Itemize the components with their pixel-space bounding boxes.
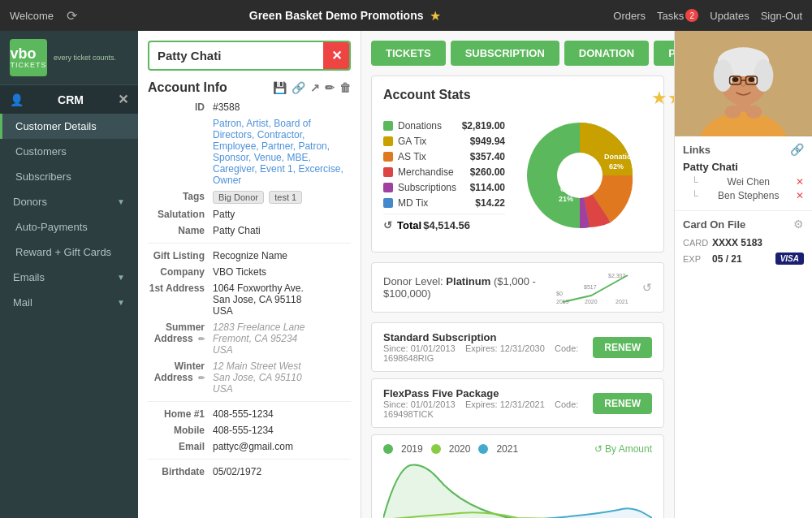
winter-label: WinterAddress ✏ — [148, 360, 213, 395]
nav-orders[interactable]: Orders — [613, 10, 646, 22]
link-remove-wei[interactable]: ✕ — [796, 176, 804, 188]
stats-row-subs: Subscriptions $114.00 — [383, 182, 505, 193]
merch-dot — [383, 167, 393, 177]
svg-point-24 — [725, 106, 741, 119]
home-label: Home #1 — [148, 408, 213, 420]
email-label: Email — [148, 441, 213, 452]
sidebar-item-customer-details[interactable]: Customer Details — [0, 114, 138, 139]
action-buttons-row: TICKETS SUBSCRIPTION DONATION PRINT ADD — [371, 41, 664, 66]
by-amount-button[interactable]: ↺ By Amount — [594, 443, 652, 455]
tasks-badge: 2 — [685, 9, 698, 22]
tag-test1[interactable]: test 1 — [269, 191, 302, 204]
info-row-mobile: Mobile 408-555-1234 — [148, 425, 351, 436]
year-label-2019: 2019 — [401, 443, 423, 455]
donors-arrow-icon: ▼ — [117, 197, 125, 206]
sidebar-item-emails[interactable]: Emails ▼ — [0, 265, 138, 290]
card-gear-icon[interactable]: ⚙ — [793, 218, 804, 231]
card-number: XXXX 5183 — [712, 237, 762, 248]
mobile-value: 408-555-1234 — [213, 425, 351, 436]
stats-layout: Donations $2,819.00 GA Tix $949.94 — [383, 110, 645, 240]
astix-value: $357.40 — [456, 151, 505, 162]
stars-row: ★ ★ ★ ★ ★ — [651, 88, 674, 109]
subscription-row-0: Standard Subscription Since: 01/01/2013 … — [371, 322, 664, 372]
welcome-text: Welcome — [10, 10, 54, 22]
total-value: $4,514.56 — [421, 219, 470, 231]
delete-icon[interactable]: 🗑 — [339, 81, 351, 94]
sidebar-item-subscribers[interactable]: Subscribers — [0, 164, 138, 189]
link-icon[interactable]: 🔗 — [292, 81, 305, 94]
star-1: ★ — [651, 88, 667, 109]
content-area: ✕ Account Info 💾 🔗 ↗ ✏ 🗑 ID #3588 — [138, 31, 812, 518]
vbo-tagline: every ticket counts. — [54, 54, 116, 62]
year-dot-2021 — [478, 444, 488, 454]
svg-text:2019: 2019 — [556, 299, 569, 304]
company-value: VBO Tickets — [213, 266, 351, 278]
search-clear-button[interactable]: ✕ — [323, 42, 350, 69]
info-row-tags: Tags Big Donor test 1 — [148, 191, 351, 204]
nav-updates[interactable]: Updates — [710, 10, 749, 22]
print-button[interactable]: PRINT — [654, 41, 674, 66]
star-icon[interactable]: ★ — [430, 8, 441, 24]
svg-point-25 — [745, 106, 762, 119]
right-panel: Links 🔗 Patty Chati └ Wei Chen ✕ └ Ben S… — [674, 31, 812, 518]
svg-text:62%: 62% — [609, 162, 624, 171]
vbo-text: vbo — [10, 46, 46, 61]
sidebar-item-donors[interactable]: Donors ▼ — [0, 189, 138, 214]
info-row-birthdate: Birthdate 05/02/1972 — [148, 466, 351, 477]
nav-tasks[interactable]: Tasks — [657, 10, 684, 22]
tickets-button[interactable]: TICKETS — [371, 41, 446, 66]
info-row-salutation: Salutation Patty — [148, 209, 351, 220]
svg-point-17 — [714, 59, 733, 92]
info-row-summer: SummerAddress ✏ 1283 Freelance Lane Frem… — [148, 322, 351, 356]
sidebar-item-reward-gift[interactable]: Reward + Gift Cards — [0, 240, 138, 265]
sidebar-item-customers[interactable]: Customers — [0, 139, 138, 164]
share-icon[interactable]: ↗ — [310, 81, 320, 94]
renew-button-1[interactable]: RENEW — [593, 393, 652, 414]
sidebar-item-mail[interactable]: Mail ▼ — [0, 290, 138, 315]
mail-arrow-icon: ▼ — [117, 298, 125, 307]
renew-button-0[interactable]: RENEW — [593, 337, 652, 358]
account-info-table: ID #3588 Patron, Artist, Board of Direct… — [148, 101, 351, 477]
info-row-name: Name Patty Chati — [148, 225, 351, 236]
address1-value: 1064 Foxworthy Ave. San Jose, CA 95118 U… — [213, 283, 351, 317]
card-title: Card On File — [683, 218, 745, 231]
svg-text:$0: $0 — [556, 291, 563, 296]
card-label: CARD — [683, 238, 712, 248]
search-input[interactable] — [149, 43, 323, 68]
subs-dot — [383, 183, 393, 192]
account-info-icons: 💾 🔗 ↗ ✏ 🗑 — [273, 81, 351, 94]
sidebar-close-icon[interactable]: ✕ — [118, 92, 128, 107]
edit-icon[interactable]: ✏ — [325, 81, 335, 94]
id-label: ID — [148, 101, 213, 113]
info-row-roles: Patron, Artist, Board of Directors, Cont… — [148, 118, 351, 186]
search-bar: ✕ — [148, 41, 351, 71]
save-icon[interactable]: 💾 — [273, 81, 287, 94]
svg-point-18 — [754, 59, 773, 92]
svg-text:$2,302: $2,302 — [608, 273, 626, 278]
mdtix-value: $14.22 — [456, 197, 505, 209]
vbo-logo: vbo TICKETS — [10, 39, 47, 76]
branch-icon-1: └ — [691, 190, 698, 201]
stats-row-mdtix: MD Tix $14.22 — [383, 197, 505, 209]
total-label: Total — [397, 219, 421, 231]
exp-value: 05 / 21 — [712, 253, 742, 265]
refresh-icon[interactable]: ⟳ — [67, 8, 77, 24]
info-row-gift: Gift Listing Recognize Name — [148, 250, 351, 261]
stats-row-merch: Merchandise $260.00 — [383, 166, 505, 178]
sub-name-1: FlexPass Five Package — [383, 387, 593, 399]
links-header: Links 🔗 — [683, 143, 804, 156]
donation-button[interactable]: DONATION — [564, 41, 649, 66]
link-remove-ben[interactable]: ✕ — [796, 190, 804, 201]
sidebar-item-autopayments[interactable]: Auto-Payments — [0, 214, 138, 240]
tag-big-donor[interactable]: Big Donor — [213, 191, 264, 204]
donor-refresh-icon[interactable]: ↺ — [642, 281, 652, 294]
star-2: ★ — [667, 88, 674, 109]
card-row-exp: EXP 05 / 21 VISA — [683, 253, 804, 265]
mdtix-dot — [383, 198, 393, 208]
subscription-button[interactable]: SUBSCRIPTION — [451, 41, 559, 66]
nav-signout[interactable]: Sign-Out — [761, 10, 802, 22]
links-chain-icon[interactable]: 🔗 — [790, 143, 804, 156]
donations-value: $2,819.00 — [456, 120, 505, 132]
roles-text: Patron, Artist, Board of Directors, Cont… — [213, 118, 343, 186]
info-row-address1: 1st Address 1064 Foxworthy Ave. San Jose… — [148, 283, 351, 317]
